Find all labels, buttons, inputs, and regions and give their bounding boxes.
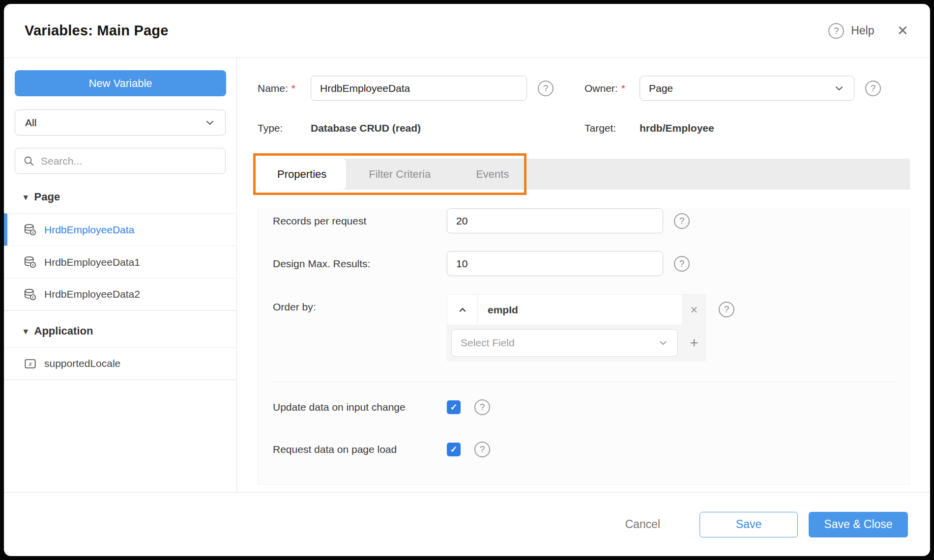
help-icon[interactable]: ?	[828, 23, 844, 39]
required-marker: *	[292, 83, 295, 94]
database-variable-icon: x	[24, 255, 37, 269]
search-input[interactable]	[41, 155, 217, 167]
update-on-input-change-label: Update data on input change	[273, 401, 447, 413]
design-max-results-field[interactable]	[447, 251, 663, 276]
section-label: Application	[34, 325, 93, 337]
owner-help-icon[interactable]: ?	[865, 81, 881, 96]
sidebar-item-supportedlocale[interactable]: x supportedLocale	[4, 347, 236, 380]
order-by-group: empId ✕ Select Field	[447, 294, 706, 361]
design-max-results-label: Design Max. Results:	[273, 258, 447, 270]
svg-text:x: x	[28, 361, 32, 367]
variable-tabs: Properties Filter Criteria Events	[258, 159, 910, 190]
variable-filter-select[interactable]: All	[15, 110, 226, 136]
name-help-icon[interactable]: ?	[538, 81, 554, 96]
request-on-page-load-help-icon[interactable]: ?	[474, 442, 490, 457]
sidebar-section-application[interactable]: ▾ Application	[4, 311, 236, 347]
variable-detail-pane: Name:* ? Owner:* Page	[237, 58, 930, 492]
dialog-footer: Cancel Save Save & Close	[4, 492, 930, 556]
close-icon[interactable]: ✕	[897, 23, 908, 39]
variable-filter-value: All	[25, 117, 36, 129]
chevron-down-icon	[833, 83, 845, 94]
sidebar-item-hrdbemployeedata1[interactable]: x HrdbEmployeeData1	[4, 246, 236, 278]
search-box[interactable]	[15, 148, 226, 174]
model-variable-icon: x	[24, 357, 37, 370]
new-variable-button[interactable]: New Variable	[15, 70, 226, 96]
request-on-page-load-checkbox[interactable]: ✓	[447, 443, 461, 456]
panel-divider	[273, 382, 895, 382]
order-by-label: Order by:	[273, 294, 447, 313]
tab-filter-criteria[interactable]: Filter Criteria	[346, 159, 453, 190]
database-variable-icon: x	[24, 288, 37, 301]
owner-value: Page	[649, 83, 673, 94]
owner-select[interactable]: Page	[640, 76, 854, 101]
update-on-input-change-checkbox[interactable]: ✓	[447, 400, 461, 414]
sort-ascending-toggle[interactable]	[447, 295, 478, 325]
type-value: Database CRUD (read)	[311, 122, 421, 134]
name-field[interactable]	[311, 76, 527, 101]
type-label: Type:	[258, 122, 311, 134]
request-on-page-load-label: Request data on page load	[273, 444, 447, 455]
select-field-placeholder: Select Field	[461, 337, 515, 349]
owner-label: Owner:*	[584, 83, 634, 94]
records-per-request-help-icon[interactable]: ?	[674, 213, 690, 229]
svg-text:x: x	[31, 230, 34, 235]
check-icon: ✓	[450, 444, 457, 455]
records-per-request-field[interactable]	[447, 208, 663, 233]
properties-panel: Records per request ? Design Max. Result…	[258, 208, 910, 485]
caret-down-icon: ▾	[24, 326, 28, 336]
add-order-field-icon[interactable]: +	[690, 335, 699, 351]
sidebar-section-page[interactable]: ▾ Page	[4, 174, 236, 213]
dialog-title: Variables: Main Page	[25, 23, 169, 39]
save-button[interactable]: Save	[700, 512, 798, 537]
target-label: Target:	[584, 122, 640, 134]
search-icon	[23, 155, 35, 167]
chevron-up-icon	[457, 305, 468, 315]
svg-text:x: x	[31, 262, 34, 267]
screen-background: Variables: Main Page ? Help ✕ New Variab…	[0, 0, 934, 560]
sidebar-item-hrdbemployeedata[interactable]: x HrdbEmployeeData	[4, 213, 236, 246]
variable-name: HrdbEmployeeData1	[44, 256, 140, 268]
order-by-field-value: empId	[478, 304, 518, 316]
variables-dialog: Variables: Main Page ? Help ✕ New Variab…	[4, 4, 930, 556]
check-icon: ✓	[450, 402, 457, 413]
save-and-close-button[interactable]: Save & Close	[809, 512, 908, 537]
tab-properties[interactable]: Properties	[258, 159, 346, 190]
update-on-input-change-help-icon[interactable]: ?	[474, 399, 490, 415]
tab-events[interactable]: Events	[453, 159, 531, 190]
help-link[interactable]: Help	[851, 24, 874, 37]
chevron-down-icon	[204, 117, 215, 128]
required-marker: *	[621, 83, 625, 94]
variable-name: HrdbEmployeeData	[44, 224, 134, 236]
variable-name: supportedLocale	[44, 358, 120, 369]
design-max-results-help-icon[interactable]: ?	[674, 256, 690, 272]
svg-text:x: x	[31, 294, 34, 299]
cancel-button[interactable]: Cancel	[625, 518, 660, 531]
chevron-down-icon	[658, 337, 669, 348]
remove-order-field-icon[interactable]: ✕	[690, 304, 699, 316]
variables-sidebar: New Variable All ▾ Page	[4, 58, 237, 492]
variable-name: HrdbEmployeeData2	[44, 288, 140, 300]
section-label: Page	[34, 191, 60, 203]
sidebar-item-hrdbemployeedata2[interactable]: x HrdbEmployeeData2	[4, 278, 236, 310]
order-by-help-icon[interactable]: ?	[719, 302, 734, 317]
name-label: Name:*	[258, 83, 305, 94]
target-value: hrdb/Employee	[640, 122, 714, 134]
dialog-header: Variables: Main Page ? Help ✕	[4, 4, 930, 58]
database-variable-icon: x	[24, 223, 37, 236]
caret-down-icon: ▾	[24, 192, 28, 202]
select-field-dropdown[interactable]: Select Field	[451, 329, 678, 357]
records-per-request-label: Records per request	[273, 215, 447, 227]
